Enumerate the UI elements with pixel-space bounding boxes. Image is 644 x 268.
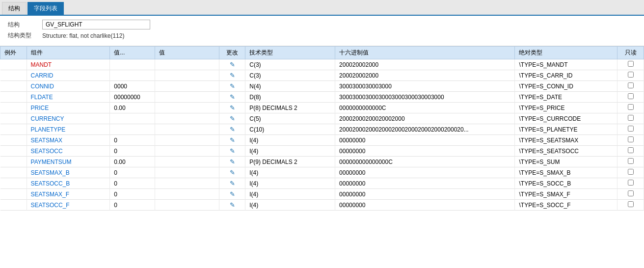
cell-abstype: \TYPE=S_SUM	[515, 157, 617, 167]
cell-readonly[interactable]	[617, 157, 644, 167]
edit-icon[interactable]: ✎	[230, 169, 235, 176]
cell-abstype: \TYPE=S_SMAX_B	[515, 167, 617, 178]
readonly-checkbox[interactable]	[628, 158, 634, 164]
edit-icon[interactable]: ✎	[230, 136, 235, 144]
cell-readonly[interactable]	[617, 135, 644, 146]
edit-icon[interactable]: ✎	[230, 115, 235, 122]
tab-structure[interactable]: 结构	[2, 2, 27, 15]
cell-hex: 00000000	[335, 146, 515, 157]
tab-field-list[interactable]: 字段列表	[27, 2, 64, 15]
cell-val2	[155, 146, 219, 157]
table-row: CONNID0000✎N(4)3000300030003000\TYPE=S_C…	[0, 81, 644, 92]
cell-example	[0, 178, 27, 189]
readonly-checkbox[interactable]	[628, 201, 634, 207]
cell-abstype: \TYPE=S_SEATSMAX	[515, 135, 617, 146]
table-row: SEATSMAX_B0✎I(4)00000000\TYPE=S_SMAX_B	[0, 167, 644, 178]
cell-readonly[interactable]	[617, 189, 644, 200]
field-table: 例外 组件 值... 值 更改 技术类型 十六进制值 绝对类型 只读 MANDT…	[0, 46, 644, 211]
cell-example	[0, 59, 27, 70]
readonly-checkbox[interactable]	[628, 104, 634, 110]
cell-change[interactable]: ✎	[219, 135, 245, 146]
header-val2: 值	[155, 47, 219, 59]
cell-example	[0, 189, 27, 200]
cell-readonly[interactable]	[617, 124, 644, 135]
edit-icon[interactable]: ✎	[230, 158, 235, 165]
cell-example	[0, 70, 27, 81]
cell-change[interactable]: ✎	[219, 92, 245, 103]
cell-component: PAYMENTSUM	[27, 157, 110, 167]
cell-hex: 20002000200020002000200020002000200020..…	[335, 124, 515, 135]
cell-val1: 0	[110, 146, 155, 157]
cell-change[interactable]: ✎	[219, 113, 245, 124]
cell-change[interactable]: ✎	[219, 81, 245, 92]
readonly-checkbox[interactable]	[628, 190, 634, 196]
cell-change[interactable]: ✎	[219, 157, 245, 167]
cell-readonly[interactable]	[617, 167, 644, 178]
cell-example	[0, 103, 27, 113]
readonly-checkbox[interactable]	[628, 180, 634, 186]
edit-icon[interactable]: ✎	[230, 61, 235, 68]
cell-hex: 00000000	[335, 189, 515, 200]
cell-hex: 00000000	[335, 178, 515, 189]
cell-readonly[interactable]	[617, 146, 644, 157]
cell-example	[0, 135, 27, 146]
cell-val1: 0	[110, 189, 155, 200]
cell-techtype: C(5)	[245, 113, 335, 124]
cell-readonly[interactable]	[617, 81, 644, 92]
cell-abstype: \TYPE=S_MANDT	[515, 59, 617, 70]
info-area: 结构 GV_SFLIGHT 结构类型 Structure: flat, not …	[0, 16, 644, 46]
cell-example	[0, 157, 27, 167]
edit-icon[interactable]: ✎	[230, 104, 235, 111]
cell-techtype: I(4)	[245, 200, 335, 211]
edit-icon[interactable]: ✎	[230, 180, 235, 187]
cell-readonly[interactable]	[617, 92, 644, 103]
cell-abstype: \TYPE=S_PRICE	[515, 103, 617, 113]
edit-icon[interactable]: ✎	[230, 93, 235, 101]
cell-change[interactable]: ✎	[219, 59, 245, 70]
readonly-checkbox[interactable]	[628, 93, 634, 99]
cell-val1	[110, 113, 155, 124]
cell-readonly[interactable]	[617, 59, 644, 70]
cell-techtype: C(10)	[245, 124, 335, 135]
cell-hex: 200020002000	[335, 59, 515, 70]
tab-bar: 结构 字段列表	[0, 0, 644, 16]
readonly-checkbox[interactable]	[628, 136, 634, 142]
readonly-checkbox[interactable]	[628, 126, 634, 132]
readonly-checkbox[interactable]	[628, 82, 634, 88]
cell-val1: 00000000	[110, 92, 155, 103]
cell-example	[0, 167, 27, 178]
cell-change[interactable]: ✎	[219, 200, 245, 211]
cell-change[interactable]: ✎	[219, 103, 245, 113]
cell-component: SEATSOCC_F	[27, 200, 110, 211]
cell-val2	[155, 70, 219, 81]
cell-readonly[interactable]	[617, 200, 644, 211]
cell-readonly[interactable]	[617, 178, 644, 189]
cell-change[interactable]: ✎	[219, 178, 245, 189]
cell-example	[0, 200, 27, 211]
cell-val2	[155, 167, 219, 178]
readonly-checkbox[interactable]	[628, 147, 634, 153]
cell-val1: 0.00	[110, 103, 155, 113]
cell-readonly[interactable]	[617, 103, 644, 113]
edit-icon[interactable]: ✎	[230, 126, 235, 133]
cell-change[interactable]: ✎	[219, 146, 245, 157]
edit-icon[interactable]: ✎	[230, 190, 235, 198]
readonly-checkbox[interactable]	[628, 169, 634, 175]
cell-hex: 30003000300030003000300030003000	[335, 92, 515, 103]
cell-readonly[interactable]	[617, 113, 644, 124]
edit-icon[interactable]: ✎	[230, 72, 235, 79]
edit-icon[interactable]: ✎	[230, 147, 235, 155]
cell-readonly[interactable]	[617, 70, 644, 81]
readonly-checkbox[interactable]	[628, 115, 634, 121]
cell-change[interactable]: ✎	[219, 167, 245, 178]
cell-example	[0, 81, 27, 92]
cell-val2	[155, 157, 219, 167]
cell-val1: 0000	[110, 81, 155, 92]
cell-change[interactable]: ✎	[219, 70, 245, 81]
edit-icon[interactable]: ✎	[230, 201, 235, 209]
cell-change[interactable]: ✎	[219, 124, 245, 135]
cell-change[interactable]: ✎	[219, 189, 245, 200]
readonly-checkbox[interactable]	[628, 61, 634, 67]
edit-icon[interactable]: ✎	[230, 82, 235, 90]
readonly-checkbox[interactable]	[628, 72, 634, 78]
